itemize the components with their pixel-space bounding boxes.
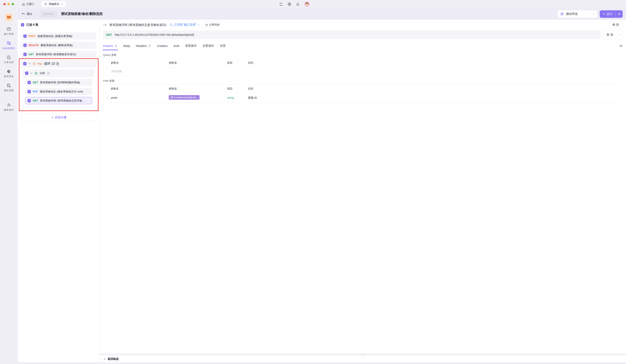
column-desc: 说明	[248, 87, 313, 91]
chevron-down-icon[interactable]	[30, 72, 33, 74]
group-header[interactable]: 分组 (3)	[23, 69, 94, 77]
request-tabs: Params 1 Body Headers 7 Cookies Auth 前置操	[100, 42, 313, 50]
group-icon	[35, 72, 38, 75]
sidebar-item-share-docs[interactable]: 分享文档	[4, 55, 14, 64]
step-name: 查询宠物详情 (检查删除是否成功)	[36, 53, 76, 56]
method-label: GET	[29, 53, 34, 56]
query-params-title: Query 参数	[103, 53, 313, 57]
step-item-put-update-pet[interactable]: PUT 修改宠物信息 (修改宠物状态为 sold)	[25, 88, 92, 95]
path-params-title: Path 参数	[103, 79, 313, 83]
step-checkbox[interactable]	[23, 34, 27, 38]
column-type: 类型	[227, 61, 248, 65]
column-name: 参数名	[103, 61, 169, 65]
close-window-button[interactable]	[3, 3, 6, 5]
test-flow-title: 测试宠物新建/修改/删除流程	[61, 12, 103, 16]
column-name: 参数名	[103, 87, 169, 91]
close-tab-icon[interactable]	[61, 3, 63, 5]
sidebar-item-invite-members[interactable]: 邀请成员	[4, 103, 14, 111]
step-name: 查询宠物详情 (查询刚刚建的宠物)	[40, 81, 80, 84]
step-item-get-query-new-pet[interactable]: GET 查询宠物详情 (查询刚刚建的宠物)	[25, 79, 92, 86]
tab-label: Cookies	[157, 44, 168, 48]
add-param-input[interactable]: 添加参数	[103, 67, 313, 75]
method-label: GET	[33, 99, 38, 102]
params-content: Query 参数 参数名 参数值 类型 说明 添加参数 Path 参数 参	[100, 50, 313, 182]
step-checkbox[interactable]	[28, 81, 31, 84]
request-history-icon	[7, 69, 11, 74]
url-input[interactable]: GET http://127.0.0.1:4523/m1/3760340-339…	[103, 31, 313, 39]
tab-cookies[interactable]: Cookies	[157, 42, 168, 50]
invite-members-icon	[7, 103, 11, 107]
step-name: 删除宠物信息 (删除该宠物)	[40, 43, 73, 47]
app-window: 退出 全部保存 测试宠物新建/修改/删除流程 测 测试环境 运行	[18, 8, 313, 182]
group-label: 分组	[39, 71, 45, 75]
check-icon[interactable]	[106, 96, 109, 99]
sidebar-item-request-history[interactable]: 请求历史	[4, 69, 14, 78]
sidebar-item-project-settings[interactable]: 项目设置	[4, 83, 14, 92]
headers-count-badge: 7	[148, 44, 151, 48]
gear-icon[interactable]	[288, 2, 291, 6]
step-item-delete-pet[interactable]: DELETE 删除宠物信息 (删除该宠物)	[21, 42, 96, 49]
sidebar-item-api-management[interactable]: 接口管理	[4, 27, 14, 35]
select-all-checkbox[interactable]	[21, 23, 24, 27]
sidebar-item-label: 请求历史	[4, 75, 14, 78]
tab-main-window[interactable]: 主窗口	[21, 2, 36, 6]
step-index-number: 4	[105, 23, 107, 27]
sidebar-item-automation-test[interactable]: 自动化测试	[3, 41, 15, 50]
group-checkbox[interactable]	[25, 71, 28, 75]
param-type-select[interactable]: string	[227, 96, 248, 99]
for-loop-header[interactable]: For 循环 10 次	[21, 60, 96, 68]
loop-label: 循环 10 次	[44, 62, 59, 66]
column-desc: 说明	[248, 61, 313, 65]
project-sidebar: 接口管理 自动化测试 分享文档 请求历史 项目设置	[0, 8, 18, 182]
sync-icon	[205, 24, 208, 26]
linked-api-doc-button[interactable]: 已关联“接口文档”	[170, 23, 199, 27]
add-step-button[interactable]: 添加步骤	[21, 114, 96, 121]
refresh-icon[interactable]	[279, 2, 283, 6]
method-label: POST	[29, 35, 36, 38]
exit-button[interactable]: 退出	[22, 12, 32, 16]
tab-settings[interactable]: 设置	[220, 42, 226, 50]
step-name: 新建宠物信息 (新建在售宠物)	[38, 34, 72, 38]
minimize-window-button[interactable]	[7, 3, 10, 5]
tab-pet-store[interactable]: 宠物商店	[42, 1, 66, 7]
for-loop-container: For 循环 10 次	[21, 60, 96, 107]
tab-label: 前置操作	[185, 44, 197, 48]
tab-post-operations[interactable]: 后置操作	[202, 42, 214, 50]
step-checkbox[interactable]	[23, 53, 27, 56]
param-desc[interactable]: 宠物 ID	[248, 96, 313, 100]
avatar[interactable]	[304, 1, 310, 7]
tab-params[interactable]: Params 1	[103, 42, 117, 50]
request-panel: # 4 查询宠物详情 (查询宠物状态是否修改成功) 已关联“接口文档”	[100, 20, 313, 182]
maximize-window-button[interactable]	[12, 3, 14, 5]
save-all-button[interactable]: 全部保存	[39, 11, 57, 18]
param-name[interactable]: petId	[111, 96, 117, 99]
tab-body[interactable]: Body	[123, 42, 130, 50]
param-type: string	[227, 96, 234, 99]
step-item-get-check-delete[interactable]: GET 查询宠物详情 (检查删除是否成功)	[21, 51, 96, 58]
chevron-down-icon[interactable]	[28, 63, 31, 65]
sync-now-button[interactable]: 立即同步	[203, 22, 223, 28]
step-checkbox[interactable]	[23, 44, 27, 47]
selected-count-label: 已选 8 项	[26, 23, 38, 27]
tab-auth[interactable]: Auth	[173, 42, 179, 50]
step-checkbox[interactable]	[28, 99, 31, 102]
param-value-tag[interactable]: {{$.2.response.body.da...	[169, 95, 199, 100]
back-icon	[22, 12, 25, 16]
step-item-get-check-status[interactable]: GET 查询宠物详情 (查询宠物状态是否修...	[25, 97, 92, 104]
tab-headers[interactable]: Headers 7	[136, 42, 151, 50]
exit-label: 退出	[27, 12, 32, 16]
external-link-icon	[44, 3, 47, 6]
path-params-table: 参数名 参数值 类型 说明 petId {{$.2.re	[103, 84, 313, 102]
loop-checkbox[interactable]	[23, 62, 27, 65]
project-logo[interactable]	[4, 13, 13, 22]
table-header-row: 参数名 参数值 类型 说明	[103, 85, 313, 93]
sidebar-item-label: 项目设置	[4, 89, 14, 92]
step-checkbox[interactable]	[28, 90, 31, 93]
link-icon	[170, 23, 173, 27]
sidebar-item-label: 分享文档	[4, 61, 14, 64]
bell-icon[interactable]	[296, 2, 300, 6]
step-item-post-create-pet[interactable]: POST 新建宠物信息 (新建在售宠物)	[21, 33, 96, 40]
tab-label: 设置	[220, 44, 226, 48]
tab-pre-operations[interactable]: 前置操作	[185, 42, 197, 50]
chevron-down-icon	[235, 97, 237, 99]
